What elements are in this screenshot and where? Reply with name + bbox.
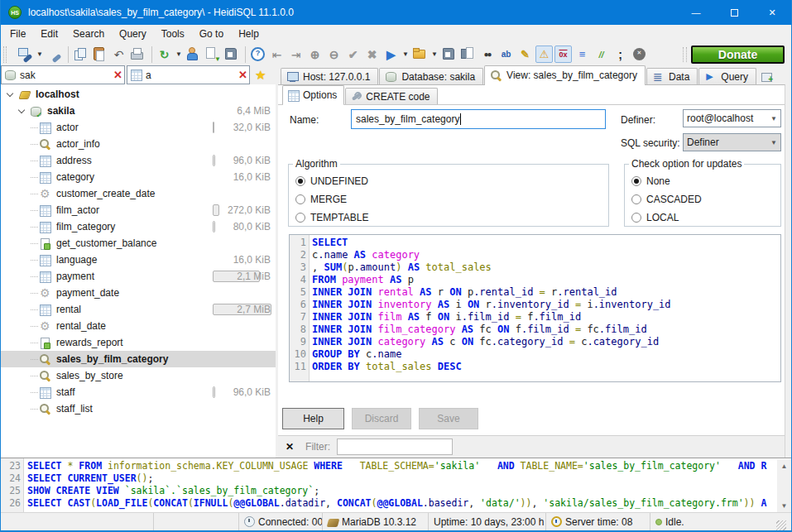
run-icon[interactable]: ▶ — [382, 46, 400, 63]
tree-item-rental_date[interactable]: rental_date — [1, 318, 276, 334]
find-icon[interactable] — [478, 46, 496, 63]
refresh-icon[interactable]: ↻ — [156, 46, 173, 63]
tree-item-sakila[interactable]: sakila6,4 MiB — [1, 103, 276, 119]
apply-icon[interactable]: ✔ — [344, 46, 362, 63]
radio-cascaded[interactable]: CASCADED — [631, 192, 780, 206]
export-icon[interactable] — [204, 46, 221, 63]
minimize-button[interactable]: — — [677, 0, 715, 25]
expand-chevron-icon[interactable] — [18, 106, 25, 113]
menu-search[interactable]: Search — [65, 25, 112, 43]
tab-view-sales-by-film-category[interactable]: View: sales_by_film_category — [484, 65, 646, 84]
menu-help[interactable]: Help — [231, 25, 266, 43]
tree-item-staff_list[interactable]: staff_list — [1, 400, 276, 417]
tree-item-customer_create_date[interactable]: customer_create_date — [1, 185, 276, 202]
semicolon-icon[interactable] — [612, 46, 629, 63]
expand-chevron-icon[interactable] — [7, 89, 13, 96]
run-dropdown-icon[interactable]: ▼ — [401, 46, 410, 63]
save-button[interactable]: Save — [419, 408, 478, 429]
donate-button[interactable]: Donate — [691, 46, 785, 64]
tree-item-staff[interactable]: staff96,0 KiB — [1, 384, 276, 400]
tree-item-language[interactable]: language16,0 KiB — [1, 252, 276, 268]
tree-item-payment_date[interactable]: payment_date — [1, 285, 276, 301]
tree-item-address[interactable]: address96,0 KiB — [1, 152, 276, 169]
radio-merge[interactable]: MERGE — [295, 192, 608, 206]
help-button[interactable]: Help — [282, 408, 344, 429]
add-icon[interactable]: ⊕ — [306, 46, 324, 63]
tree-item-category[interactable]: category16,0 KiB — [1, 169, 276, 185]
tree-item-rewards_report[interactable]: rewards_report — [1, 334, 276, 351]
menu-go-to[interactable]: Go to — [192, 25, 231, 43]
tab-options[interactable]: Options — [282, 85, 344, 104]
last-icon[interactable]: ⇥ — [287, 46, 305, 63]
tree-item-actor[interactable]: actor32,0 KiB — [1, 119, 276, 136]
clear-database-filter-icon[interactable]: ✕ — [113, 69, 122, 81]
tree-item-get_customer_balance[interactable]: get_customer_balance — [1, 235, 276, 252]
tab-create-code[interactable]: CREATE code — [345, 88, 437, 104]
table-filter-input[interactable]: a ✕ — [127, 65, 250, 84]
scrollbar-thumb[interactable] — [777, 472, 791, 499]
filter-input[interactable] — [337, 439, 453, 455]
connect-dropdown-icon[interactable]: ▼ — [36, 46, 44, 63]
sql-editor[interactable]: 1234567891011 SELECTc.name AS category, … — [289, 234, 781, 382]
cancel-icon[interactable]: ✖ — [363, 46, 381, 63]
menu-edit[interactable]: Edit — [33, 25, 65, 43]
comment-icon[interactable] — [593, 46, 610, 63]
log-scrollbar[interactable]: ▲ ▼ — [777, 459, 791, 512]
open-icon[interactable] — [411, 46, 429, 63]
connect-icon[interactable] — [17, 46, 34, 63]
resize-grip[interactable] — [776, 520, 786, 530]
beautify-icon[interactable] — [516, 46, 534, 63]
radio-temptable[interactable]: TEMPTABLE — [295, 210, 608, 224]
close-filter-icon[interactable]: ✕ — [286, 441, 294, 453]
refresh-dropdown-icon[interactable]: ▼ — [175, 46, 183, 63]
name-input[interactable]: sales_by_film_category — [351, 109, 606, 129]
radio-undefined[interactable]: UNDEFINED — [295, 174, 608, 188]
help-icon[interactable] — [249, 46, 266, 63]
user-manager-icon[interactable] — [185, 46, 202, 63]
save-icon[interactable] — [440, 46, 458, 63]
tree-item-actor_info[interactable]: actor_info — [1, 136, 276, 152]
paste-icon[interactable] — [91, 46, 108, 63]
tree-item-localhost[interactable]: localhost — [1, 86, 276, 103]
reformat-icon[interactable] — [574, 46, 591, 63]
tree-item-payment[interactable]: payment2,1 MiB — [1, 268, 276, 285]
menu-file[interactable]: File — [2, 25, 33, 43]
favorites-star-icon[interactable]: ★ — [255, 68, 266, 83]
remove-icon[interactable]: ⊖ — [325, 46, 343, 63]
first-icon[interactable]: ⇤ — [268, 46, 286, 63]
tree-item-film_category[interactable]: film_category80,0 KiB — [1, 218, 276, 235]
open-dropdown-icon[interactable]: ▼ — [430, 46, 439, 63]
discard-button[interactable]: Discard — [352, 408, 411, 429]
tree-item-rental[interactable]: rental2,7 MiB — [1, 301, 276, 318]
warnings-icon[interactable] — [535, 46, 553, 63]
radio-local[interactable]: LOCAL — [631, 210, 780, 224]
menu-tools[interactable]: Tools — [154, 25, 192, 43]
database-filter-input[interactable]: sak ✕ — [1, 65, 125, 84]
tab-host-127-0-0-1[interactable]: Host: 127.0.0.1 — [281, 68, 378, 84]
stop-icon[interactable] — [631, 46, 648, 63]
save-db-icon[interactable] — [223, 46, 240, 63]
maximize-button[interactable] — [715, 0, 753, 25]
tab-data[interactable]: Data — [646, 68, 698, 84]
replace-icon[interactable] — [497, 46, 515, 63]
print-icon[interactable] — [129, 46, 146, 63]
undo-icon[interactable]: ↶ — [110, 46, 127, 63]
tree-item-sales_by_store[interactable]: sales_by_store — [1, 367, 276, 384]
copy-icon[interactable] — [72, 46, 89, 63]
close-button[interactable]: ✕ — [753, 0, 791, 25]
tab-query[interactable]: Query — [698, 68, 756, 84]
save-as-icon[interactable] — [459, 46, 477, 63]
tab-database-sakila[interactable]: Database: sakila — [379, 68, 483, 84]
new-query-tab-button[interactable] — [757, 68, 776, 84]
tree-item-film_actor[interactable]: film_actor272,0 KiB — [1, 202, 276, 218]
tree-item-sales_by_film_category[interactable]: sales_by_film_category — [1, 351, 276, 367]
definer-select[interactable]: root@localhost ▼ — [683, 109, 781, 127]
hex-icon[interactable] — [554, 46, 572, 63]
menu-query[interactable]: Query — [112, 25, 154, 43]
radio-none[interactable]: None — [631, 174, 780, 188]
scroll-down-icon[interactable]: ▼ — [777, 499, 791, 512]
scroll-up-icon[interactable]: ▲ — [777, 459, 791, 472]
clear-table-filter-icon[interactable]: ✕ — [238, 69, 247, 81]
sql-security-select[interactable]: Definer ▼ — [683, 133, 781, 151]
disconnect-icon[interactable] — [46, 46, 63, 63]
